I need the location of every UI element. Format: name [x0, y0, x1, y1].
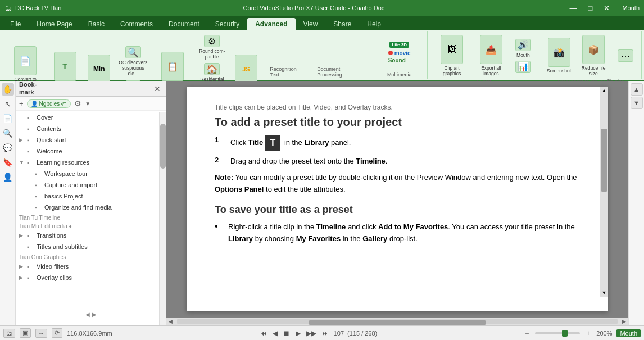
doc-step1: 1 Click TitleT in the Library panel. — [215, 135, 580, 151]
horiz-scroll-left-btn[interactable]: ◀ — [166, 319, 175, 324]
nav-last-button[interactable]: ⏭ — [320, 329, 330, 337]
tree-item-titles[interactable]: ▪ Titles and subtitles — [16, 241, 166, 252]
sidebar-close-button[interactable]: ✕ — [152, 84, 162, 94]
nav-stop-button[interactable]: ⏹ — [282, 329, 292, 337]
select-tool[interactable]: ↖ — [2, 98, 14, 110]
tab-document[interactable]: Document — [161, 18, 207, 30]
rsp-tab1[interactable]: ▲ — [631, 83, 643, 96]
tab-share[interactable]: Share — [325, 18, 359, 30]
stamp-tool[interactable]: 🔖 — [2, 156, 14, 169]
zoom-track[interactable] — [535, 332, 580, 334]
tab-view[interactable]: View — [296, 18, 326, 30]
close-button[interactable]: ✕ — [600, 3, 613, 13]
sidebar-scroll-thumb[interactable] — [160, 124, 166, 169]
export-images-button[interactable]: 📤 Export all images — [473, 34, 510, 78]
user-icon: 👤 — [31, 101, 38, 107]
note-text: You can modify a preset title by double-… — [233, 173, 577, 182]
sidebar-scroll-right[interactable]: ▶ — [92, 311, 97, 318]
tree-item-workspace[interactable]: ▪ Workspace tour — [16, 168, 166, 179]
b1-mid: and click — [346, 223, 378, 231]
tree-item-organize[interactable]: ▪ Organize and find media — [16, 202, 166, 213]
hand-tool[interactable]: ✋ — [2, 83, 14, 96]
step1-num: 1 — [215, 135, 224, 144]
sidebar-scrollbar[interactable] — [159, 112, 166, 325]
fit-page-button[interactable]: ▣ — [20, 328, 31, 338]
tree-item-contents[interactable]: ▪ Contents — [16, 123, 166, 134]
life3d-badge: Life 3D — [389, 42, 409, 48]
tree-item-video-filters[interactable]: ▶ ▪ Video filters — [16, 261, 166, 272]
sidebar-scroll-left[interactable]: ◀ — [85, 311, 90, 318]
page-view-button[interactable]: 🗂 — [3, 329, 15, 338]
overlay-label: Overlay clips — [37, 274, 72, 281]
nav-play-button[interactable]: ▶ — [294, 329, 302, 337]
tree-item-capture[interactable]: ▪ Capture and import — [16, 179, 166, 191]
minimize-button[interactable]: — — [566, 3, 580, 13]
add-bookmark-button[interactable]: + — [19, 99, 24, 108]
comment-tool[interactable]: 💬 — [2, 142, 14, 154]
more-button[interactable]: ⋯ — [614, 48, 637, 63]
zoom-in-button[interactable]: + — [584, 329, 592, 337]
rsp-tab2[interactable]: ▼ — [631, 97, 643, 109]
mouth-tab-top: Mouth — [622, 4, 640, 11]
nav-first-button[interactable]: ⏮ — [258, 329, 269, 337]
tab-security[interactable]: Security — [207, 18, 247, 30]
quickstart-toggle: ▶ — [19, 137, 26, 143]
page-tool[interactable]: 📄 — [2, 112, 14, 125]
javascript-icon: JS — [235, 55, 257, 84]
nav-next-button[interactable]: ▶▶ — [305, 329, 318, 337]
tab-advanced[interactable]: Advanced — [247, 18, 295, 30]
window-title: Corel VideoStudio Pro X7 User Guide - Ga… — [243, 4, 385, 11]
nav-prev-button[interactable]: ◀ — [271, 329, 279, 337]
tree-item-learning[interactable]: ▼ ▪ Learning resources — [16, 157, 166, 168]
note-label: Note: — [215, 173, 233, 182]
fit-width-button[interactable]: ↔ — [35, 329, 47, 338]
step2-pre: Drag and drop the preset text onto the — [230, 157, 356, 165]
tree-item-welcome[interactable]: ▪ Welcome — [16, 146, 166, 157]
export-extra-icon: 📊 — [515, 61, 531, 73]
doc-right-scrollbar[interactable]: ▲ ▼ — [600, 87, 608, 297]
mouth-export-button[interactable]: 🔊 Mouth — [512, 38, 534, 59]
overlay-toggle: ▶ — [19, 275, 26, 280]
tab-homepage[interactable]: Home Page — [29, 18, 80, 30]
doc-horizontal-scrollbar[interactable]: ◀ ▶ — [166, 318, 628, 325]
tree-item-overlay[interactable]: ▶ ▪ Overlay clips — [16, 272, 166, 283]
settings-button[interactable]: ⚙ — [74, 99, 81, 108]
tree-item-project-basics[interactable]: ▪ basics Project — [16, 191, 166, 202]
rotate-button[interactable]: ⟳ — [52, 328, 62, 338]
zoom-thumb[interactable] — [562, 330, 568, 337]
scroll-up-btn[interactable]: ▲ — [600, 87, 608, 94]
clip-art-label: Clip art graphics — [436, 65, 468, 76]
doc-scroll-area[interactable]: Title clips can be placed on Title, Vide… — [166, 81, 628, 318]
maximize-button[interactable]: □ — [585, 3, 596, 13]
life3d-button[interactable]: Life 3D movie Sound — [386, 40, 413, 65]
person-tool[interactable]: 👤 — [2, 171, 14, 183]
clip-art-button[interactable]: 🖼 Clip art graphics — [433, 34, 470, 78]
tree-item-quickstart[interactable]: ▶ ▪ Quick start — [16, 134, 166, 146]
reduce-size-button[interactable]: 📦 Reduce file size — [575, 34, 612, 78]
oc-button[interactable]: 🔍 OC discovers suspicious ele... — [115, 45, 152, 78]
title-bar-left: 🗂 DC Back LV Han — [4, 4, 61, 12]
title-bar: 🗂 DC Back LV Han Corel VideoStudio Pro X… — [0, 0, 644, 16]
tree-item-transitions[interactable]: ▶ ▪ Transitions — [16, 230, 166, 241]
mouth-export-label: Mouth — [516, 52, 530, 58]
doc-scroll-thumb[interactable] — [601, 129, 607, 192]
tab-file[interactable]: File — [2, 18, 29, 30]
tab-help[interactable]: Help — [359, 18, 389, 30]
round-compatible-button[interactable]: ⚙ Round com-patible — [193, 34, 230, 61]
screenshot-button[interactable]: 📸 Screenshot — [545, 37, 573, 75]
organize-icon: ▪ — [35, 205, 43, 211]
title-bar-center: Corel VideoStudio Pro X7 User Guide - Ga… — [61, 4, 566, 11]
horiz-scroll-right-btn[interactable]: ▶ — [620, 319, 628, 324]
tab-basic[interactable]: Basic — [80, 18, 112, 30]
round-label: Round com-patible — [196, 48, 228, 60]
horiz-scroll-thumb[interactable] — [309, 320, 486, 325]
doc-step2: 2 Drag and drop the preset text onto the… — [215, 156, 580, 167]
page-number: 107 — [334, 330, 344, 337]
export-extra-button[interactable]: 📊 — [512, 60, 534, 74]
search-tool[interactable]: 🔍 — [2, 127, 14, 139]
tree-item-cover[interactable]: ▪ Cover — [16, 112, 166, 123]
zoom-out-button[interactable]: − — [523, 329, 530, 337]
scroll-down-btn[interactable]: ▼ — [600, 290, 608, 296]
step1-library: Library — [304, 138, 329, 147]
tab-comments[interactable]: Comments — [112, 18, 161, 30]
